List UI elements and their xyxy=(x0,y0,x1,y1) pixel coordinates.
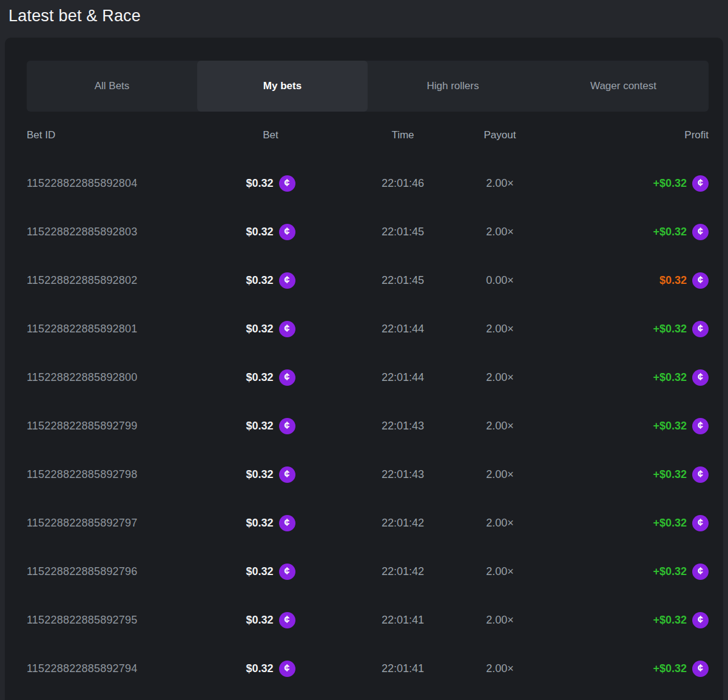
latest-bet-panel: All Bets My bets High rollers Wager cont… xyxy=(5,38,723,700)
profit-value: +$0.32 xyxy=(653,468,687,481)
table-row[interactable]: 115228822885892799 $0.32 ¢ 22:01:43 2.00… xyxy=(27,402,709,450)
page-title: Latest bet & Race xyxy=(8,7,728,25)
time-cell: 22:01:44 xyxy=(339,371,467,384)
time-cell: 22:01:41 xyxy=(339,614,467,627)
bet-id-cell: 115228822885892799 xyxy=(27,420,203,432)
bet-amount-value: $0.32 xyxy=(246,662,273,675)
payout-cell: 2.00× xyxy=(467,371,533,384)
bet-amount-value: $0.32 xyxy=(246,565,273,578)
time-cell: 22:01:42 xyxy=(339,517,467,530)
bet-amount-cell: $0.32 ¢ xyxy=(203,466,339,483)
column-header-bet-id: Bet ID xyxy=(27,129,203,141)
bet-amount-value: $0.32 xyxy=(246,274,273,287)
payout-cell: 2.00× xyxy=(467,614,533,627)
bet-amount-cell: $0.32 ¢ xyxy=(203,515,339,531)
coin-icon: ¢ xyxy=(279,321,295,337)
profit-cell: +$0.32 ¢ xyxy=(533,612,709,628)
bet-id-cell: 115228822885892800 xyxy=(27,371,203,384)
bet-amount-value: $0.32 xyxy=(246,226,273,238)
profit-value: +$0.32 xyxy=(653,371,687,384)
coin-icon: ¢ xyxy=(692,321,709,337)
coin-icon: ¢ xyxy=(279,661,295,677)
bet-id-cell: 115228822885892798 xyxy=(27,468,203,481)
bet-amount-cell: $0.32 ¢ xyxy=(203,224,339,240)
bet-id-cell: 115228822885892804 xyxy=(27,177,203,190)
page-header: Latest bet & Race xyxy=(0,0,728,38)
time-cell: 22:01:44 xyxy=(339,323,467,335)
tab-all-bets[interactable]: All Bets xyxy=(27,61,197,112)
bet-id-cell: 115228822885892795 xyxy=(27,614,203,627)
tab-high-rollers[interactable]: High rollers xyxy=(368,61,538,112)
tab-my-bets[interactable]: My bets xyxy=(197,61,368,112)
bet-amount-value: $0.32 xyxy=(246,177,273,190)
bet-id-cell: 115228822885892796 xyxy=(27,565,203,578)
time-cell: 22:01:45 xyxy=(339,274,467,287)
coin-icon: ¢ xyxy=(692,515,709,531)
coin-icon: ¢ xyxy=(279,515,295,531)
bet-amount-cell: $0.32 ¢ xyxy=(203,272,339,289)
profit-cell: +$0.32 ¢ xyxy=(533,224,709,240)
profit-cell: $0.32 ¢ xyxy=(533,272,709,289)
table-row[interactable]: 115228822885892797 $0.32 ¢ 22:01:42 2.00… xyxy=(27,499,709,547)
profit-value: +$0.32 xyxy=(653,517,687,530)
time-cell: 22:01:43 xyxy=(339,468,467,481)
table-row[interactable]: 115228822885892803 $0.32 ¢ 22:01:45 2.00… xyxy=(27,207,709,256)
time-cell: 22:01:43 xyxy=(339,420,467,432)
profit-value: $0.32 xyxy=(659,274,687,287)
table-row[interactable]: 115228822885892795 $0.32 ¢ 22:01:41 2.00… xyxy=(27,596,709,644)
profit-value: +$0.32 xyxy=(653,662,687,675)
coin-icon: ¢ xyxy=(279,272,295,289)
bet-amount-cell: $0.32 ¢ xyxy=(203,175,339,192)
payout-cell: 2.00× xyxy=(467,177,533,190)
coin-icon: ¢ xyxy=(692,369,709,386)
bet-amount-value: $0.32 xyxy=(246,371,273,384)
coin-icon: ¢ xyxy=(692,224,709,240)
coin-icon: ¢ xyxy=(279,466,295,483)
profit-value: +$0.32 xyxy=(653,565,687,578)
profit-value: +$0.32 xyxy=(653,420,687,432)
coin-icon: ¢ xyxy=(279,369,295,386)
profit-cell: +$0.32 ¢ xyxy=(533,564,709,580)
bet-id-cell: 115228822885892802 xyxy=(27,274,203,287)
time-cell: 22:01:42 xyxy=(339,565,467,578)
column-header-payout: Payout xyxy=(467,129,533,141)
coin-icon: ¢ xyxy=(692,661,709,677)
table-row[interactable]: 115228822885892801 $0.32 ¢ 22:01:44 2.00… xyxy=(27,305,709,353)
table-row[interactable]: 115228822885892798 $0.32 ¢ 22:01:43 2.00… xyxy=(27,450,709,499)
time-cell: 22:01:45 xyxy=(339,226,467,238)
time-cell: 22:01:41 xyxy=(339,662,467,675)
bet-amount-value: $0.32 xyxy=(246,468,273,481)
profit-cell: +$0.32 ¢ xyxy=(533,369,709,386)
profit-cell: +$0.32 ¢ xyxy=(533,466,709,483)
bet-amount-cell: $0.32 ¢ xyxy=(203,321,339,337)
bet-amount-value: $0.32 xyxy=(246,614,273,627)
bet-id-cell: 115228822885892797 xyxy=(27,517,203,530)
bet-id-cell: 115228822885892794 xyxy=(27,662,203,675)
tab-bar: All Bets My bets High rollers Wager cont… xyxy=(27,61,709,112)
coin-icon: ¢ xyxy=(692,175,709,192)
payout-cell: 2.00× xyxy=(467,323,533,335)
coin-icon: ¢ xyxy=(692,612,709,628)
tab-wager-contest[interactable]: Wager contest xyxy=(538,61,709,112)
coin-icon: ¢ xyxy=(692,564,709,580)
coin-icon: ¢ xyxy=(279,564,295,580)
bet-id-cell: 115228822885892801 xyxy=(27,323,203,335)
column-header-profit: Profit xyxy=(533,129,709,141)
bet-amount-cell: $0.32 ¢ xyxy=(203,418,339,434)
table-row[interactable]: 115228822885892804 $0.32 ¢ 22:01:46 2.00… xyxy=(27,159,709,207)
payout-cell: 2.00× xyxy=(467,226,533,238)
table-header-row: Bet ID Bet Time Payout Profit xyxy=(27,112,709,159)
profit-value: +$0.32 xyxy=(653,177,687,190)
profit-cell: +$0.32 ¢ xyxy=(533,175,709,192)
payout-cell: 2.00× xyxy=(467,420,533,432)
table-row[interactable]: 115228822885892802 $0.32 ¢ 22:01:45 0.00… xyxy=(27,256,709,305)
table-row[interactable]: 115228822885892794 $0.32 ¢ 22:01:41 2.00… xyxy=(27,644,709,693)
coin-icon: ¢ xyxy=(692,272,709,289)
coin-icon: ¢ xyxy=(279,418,295,434)
table-row[interactable]: 115228822885892800 $0.32 ¢ 22:01:44 2.00… xyxy=(27,353,709,402)
payout-cell: 2.00× xyxy=(467,517,533,530)
time-cell: 22:01:46 xyxy=(339,177,467,190)
coin-icon: ¢ xyxy=(692,418,709,434)
profit-value: +$0.32 xyxy=(653,323,687,335)
table-row[interactable]: 115228822885892796 $0.32 ¢ 22:01:42 2.00… xyxy=(27,547,709,596)
